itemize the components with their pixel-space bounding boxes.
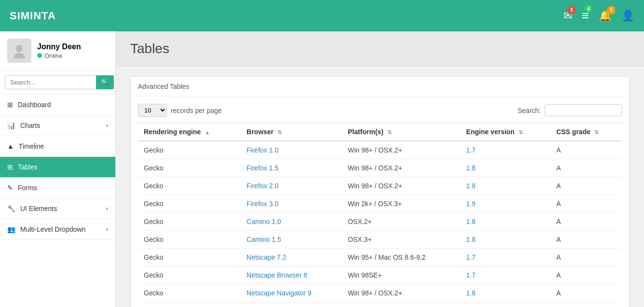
brand-logo: SIMINTA	[10, 10, 56, 22]
forms-icon: ✎	[7, 184, 13, 192]
col-css-grade[interactable]: CSS grade ⇅	[550, 123, 622, 141]
cell-browser[interactable]: Firefox 1.0	[241, 141, 342, 159]
sort-icon: ⇅	[594, 129, 599, 135]
sidebar: Jonny Deen Online 🔍 ⊞ Dashboard	[0, 31, 116, 307]
sidebar-item-label: Timeline	[19, 142, 44, 150]
cell-css-grade: A	[550, 266, 622, 284]
bell-badge: 5	[607, 6, 616, 14]
cell-browser[interactable]: Firefox 3.0	[241, 195, 342, 213]
menu-badge: 4	[584, 4, 593, 13]
sidebar-item-multi-level[interactable]: 👥 Multi-Level Dropdown ›	[0, 219, 115, 240]
content-area: Advanced Tables 10 25 50 100 records per…	[116, 67, 644, 307]
sidebar-item-label: Charts	[20, 122, 40, 129]
search-button[interactable]: 🔍	[96, 75, 114, 89]
sidebar-item-label: UI Elements	[20, 205, 57, 212]
cell-engine-version: 1.8	[460, 231, 550, 249]
table-controls: 10 25 50 100 records per page Search:	[138, 104, 622, 117]
cell-rendering-engine: Gecko	[138, 195, 241, 213]
cell-browser[interactable]: Firefox 2.0	[241, 177, 342, 195]
cell-platforms: OSX.3+	[342, 231, 460, 249]
sort-icon: ⇅	[387, 129, 392, 135]
cell-browser[interactable]: Camino 1.0	[241, 213, 342, 231]
cell-css-grade: A	[550, 213, 622, 231]
per-page-select[interactable]: 10 25 50 100	[138, 104, 167, 117]
cell-engine-version: 1.7	[460, 249, 550, 266]
cell-platforms: Win 95+ / Mac OS 8.6-9.2	[342, 249, 460, 266]
cell-engine-version: 1.7	[460, 141, 550, 159]
user-last-name: Deen	[62, 42, 81, 51]
sort-icon: ⇅	[519, 129, 523, 135]
col-engine-version[interactable]: Engine version ⇅	[460, 123, 550, 141]
cell-css-grade: A	[550, 231, 622, 249]
cell-browser[interactable]: Camino 1.5	[241, 231, 342, 249]
sort-icon: ▲	[205, 129, 210, 135]
bell-icon-wrapper[interactable]: 🔔 5	[599, 10, 612, 22]
sidebar-menu: ⊞ Dashboard 📊 Charts › ▲ Timeline	[0, 95, 115, 240]
cell-rendering-engine: Gecko	[138, 141, 241, 159]
sidebar-item-ui-elements[interactable]: 🔧 UI Elements ›	[0, 198, 115, 219]
user-icon: 👤	[621, 10, 634, 22]
cell-browser[interactable]: Netscape Navigator 9	[241, 284, 342, 302]
cell-browser[interactable]: Netscape 7.2	[241, 249, 342, 266]
page-header: Tables	[116, 31, 644, 67]
navbar-icons: ✉ 3 ≡ 4 🔔 5 👤	[563, 8, 634, 23]
svg-point-1	[14, 53, 25, 58]
sidebar-item-tables[interactable]: ⊞ Tables	[0, 157, 115, 178]
cell-platforms: Win 98SE+	[342, 266, 460, 284]
search-icon: 🔍	[101, 79, 109, 86]
svg-point-0	[16, 45, 23, 52]
user-info: Jonny Deen Online	[37, 42, 81, 59]
cell-platforms: Win 98+ / OSX.2+	[342, 141, 460, 159]
sidebar-item-label: Forms	[18, 184, 37, 192]
search-label: Search:	[518, 107, 541, 114]
sidebar-item-timeline[interactable]: ▲ Timeline	[0, 136, 115, 157]
cell-css-grade: A	[550, 249, 622, 266]
table-row: Gecko Firefox 2.0 Win 98+ / OSX.2+ 1.8 A	[138, 177, 622, 195]
sidebar-item-forms[interactable]: ✎ Forms	[0, 178, 115, 198]
multi-level-icon: 👥	[7, 225, 15, 233]
cell-engine-version: 1.8	[460, 177, 550, 195]
col-browser[interactable]: Browser ⇅	[241, 123, 342, 141]
user-icon-wrapper[interactable]: 👤	[621, 10, 634, 22]
cell-platforms: Win 2k+ / OSX.3+	[342, 195, 460, 213]
table-row: Gecko Firefox 1.5 Win 98+ / OSX.2+ 1.8 A	[138, 159, 622, 177]
chevron-right-icon: ›	[106, 205, 108, 212]
menu-icon-wrapper[interactable]: ≡ 4	[582, 8, 589, 23]
cell-platforms: Win 98+ / OSX.2+	[342, 159, 460, 177]
sidebar-item-charts[interactable]: 📊 Charts ›	[0, 115, 115, 136]
sidebar-item-label: Tables	[18, 163, 37, 171]
dashboard-icon: ⊞	[7, 101, 13, 109]
cell-engine-version: 1.7	[460, 266, 550, 284]
col-platforms[interactable]: Platform(s) ⇅	[342, 123, 460, 141]
user-name: Jonny Deen	[37, 42, 81, 51]
card-body: 10 25 50 100 records per page Search:	[131, 97, 629, 307]
cell-browser[interactable]: Netscape Browser 8	[241, 266, 342, 284]
table-row: Gecko Netscape Navigator 9 Win 98+ / OSX…	[138, 284, 622, 302]
search-input[interactable]	[5, 75, 96, 89]
data-table: Rendering engine ▲ Browser ⇅ Platform(s)…	[138, 123, 622, 302]
cell-platforms: OSX.2+	[342, 213, 460, 231]
navbar: SIMINTA ✉ 3 ≡ 4 🔔 5 👤	[0, 0, 644, 31]
page-title: Tables	[130, 41, 630, 56]
table-header-row: Rendering engine ▲ Browser ⇅ Platform(s)…	[138, 123, 622, 141]
avatar	[7, 39, 31, 63]
mail-icon-wrapper[interactable]: ✉ 3	[563, 10, 572, 22]
sidebar-item-dashboard[interactable]: ⊞ Dashboard	[0, 95, 115, 115]
chevron-right-icon: ›	[106, 226, 108, 233]
table-row: Gecko Firefox 3.0 Win 2k+ / OSX.3+ 1.9 A	[138, 195, 622, 213]
table-search-input[interactable]	[545, 104, 622, 116]
col-rendering-engine[interactable]: Rendering engine ▲	[138, 123, 241, 141]
cell-engine-version: 1.9	[460, 195, 550, 213]
table-row: Gecko Netscape 7.2 Win 95+ / Mac OS 8.6-…	[138, 249, 622, 266]
timeline-icon: ▲	[7, 142, 14, 150]
per-page-label: records per page	[171, 107, 222, 114]
charts-icon: 📊	[7, 122, 15, 129]
cell-rendering-engine: Gecko	[138, 177, 241, 195]
cell-css-grade: A	[550, 284, 622, 302]
cell-browser[interactable]: Firefox 1.5	[241, 159, 342, 177]
user-panel: Jonny Deen Online	[0, 31, 115, 70]
table-row: Gecko Camino 1.5 OSX.3+ 1.8 A	[138, 231, 622, 249]
tables-icon: ⊞	[7, 163, 13, 171]
cell-platforms: Win 98+ / OSX.2+	[342, 284, 460, 302]
card-header: Advanced Tables	[131, 77, 629, 97]
